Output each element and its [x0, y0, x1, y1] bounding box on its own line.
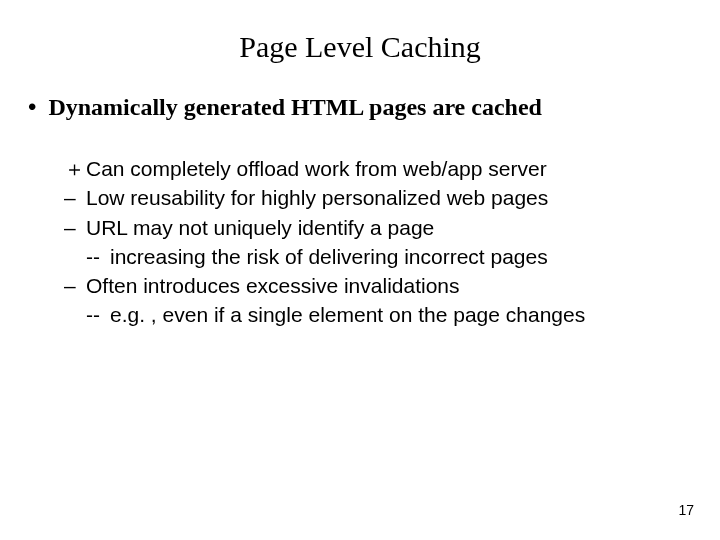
main-bullet: • Dynamically generated HTML pages are c…: [0, 94, 720, 121]
list-item: – Low reusability for highly personalize…: [64, 184, 720, 211]
list-item: – Often introduces excessive invalidatio…: [64, 272, 720, 299]
list-item-sub: -- e.g. , even if a single element on th…: [64, 301, 720, 328]
bullet-dot-icon: •: [28, 94, 36, 121]
list-item-sub-text: e.g. , even if a single element on the p…: [110, 301, 585, 328]
list-item-text: Low reusability for highly personalized …: [86, 184, 548, 211]
minus-icon: –: [64, 184, 86, 211]
slide-title: Page Level Caching: [0, 0, 720, 94]
dash-icon: --: [86, 243, 110, 270]
list-item-text: Can completely offload work from web/app…: [86, 155, 547, 182]
page-number: 17: [678, 502, 694, 518]
dash-icon: --: [86, 301, 110, 328]
list-item: – URL may not uniquely identify a page: [64, 214, 720, 241]
plus-icon: ＋: [64, 155, 86, 182]
minus-icon: –: [64, 214, 86, 241]
list-item-sub-text: increasing the risk of delivering incorr…: [110, 243, 548, 270]
list-item-text: URL may not uniquely identify a page: [86, 214, 434, 241]
list-item-text: Often introduces excessive invalidations: [86, 272, 460, 299]
sub-list: ＋ Can completely offload work from web/a…: [0, 155, 720, 329]
list-item: ＋ Can completely offload work from web/a…: [64, 155, 720, 182]
main-bullet-text: Dynamically generated HTML pages are cac…: [48, 94, 542, 121]
list-item-sub: -- increasing the risk of delivering inc…: [64, 243, 720, 270]
minus-icon: –: [64, 272, 86, 299]
